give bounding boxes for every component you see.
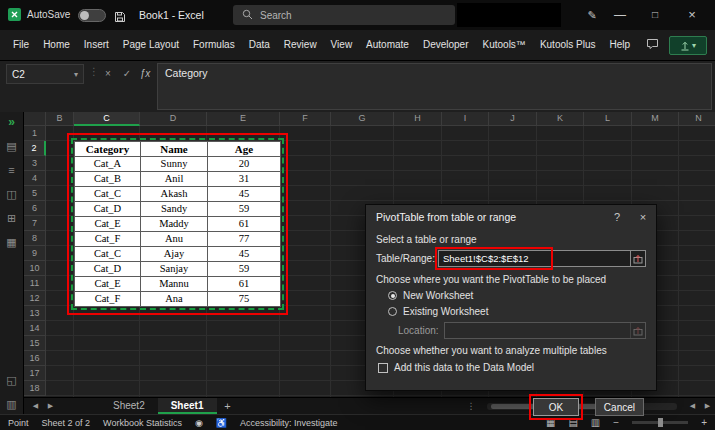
ribbon-tab-review[interactable]: Review [277,30,324,60]
row-header-5[interactable]: 5 [24,186,46,201]
column-header-L[interactable]: L [584,112,632,126]
kutools-columns-icon[interactable]: ◫ [6,188,16,200]
row-header-1[interactable]: 1 [24,126,46,141]
zoom-in-icon[interactable]: + [701,417,707,428]
normal-view-icon[interactable]: ▦ [546,417,555,428]
sheet-nav-right-icon[interactable]: ▶ [43,402,58,410]
ribbon-tab-help[interactable]: Help [602,30,637,60]
zoom-slider-thumb[interactable] [658,418,663,427]
macro-record-icon[interactable]: ◉ [195,418,203,428]
kutools-pane-settings-icon[interactable]: ◱ [6,374,16,386]
kutools-worksheets-icon[interactable]: ≡ [8,164,14,176]
ribbon-tab-insert[interactable]: Insert [77,30,116,60]
row-header-4[interactable]: 4 [24,171,46,186]
kutools-snap-icon[interactable]: ▦ [6,236,16,248]
row-header-15[interactable]: 15 [24,336,46,351]
row-header-14[interactable]: 14 [24,321,46,336]
sheet-info[interactable]: Sheet 2 of 2 [42,418,91,428]
kutools-charts-icon[interactable]: ⊞ [7,212,16,224]
dialog-title-bar[interactable]: PivotTable from table or range ? × [366,205,656,229]
ribbon-tab-view[interactable]: View [324,30,360,60]
row-header-6[interactable]: 6 [24,201,46,216]
row-header-16[interactable]: 16 [24,351,46,366]
table-range-input[interactable]: Sheet1!$C$2:$E$12 [438,250,646,267]
cancel-entry-icon[interactable]: × [99,64,117,84]
radio-icon [388,307,397,316]
data-model-checkbox[interactable]: Add this data to the Data Model [378,362,646,373]
row-header-12[interactable]: 12 [24,291,46,306]
ribbon-tab-page-layout[interactable]: Page Layout [116,30,186,60]
ribbon-tab-file[interactable]: File [6,30,36,60]
name-box-dropdown-icon[interactable]: ▾ [74,70,78,79]
column-header-M[interactable]: M [632,112,679,126]
row-header-3[interactable]: 3 [24,156,46,171]
cancel-button[interactable]: Cancel [595,398,644,416]
row-header-17[interactable]: 17 [24,366,46,381]
select-all-corner[interactable] [24,112,46,126]
maximize-button[interactable]: □ [639,0,671,30]
row-header-9[interactable]: 9 [24,246,46,261]
column-header-E[interactable]: E [207,112,280,126]
column-header-B[interactable]: B [46,112,74,126]
sheet-nav-left-icon[interactable]: ◀ [28,402,43,410]
tab-overflow-icon[interactable]: ⋮ [463,401,479,411]
kutools-pane-help-icon[interactable]: ▥ [6,398,16,410]
row-header-8[interactable]: 8 [24,231,46,246]
column-header-N[interactable]: N [679,112,715,126]
ribbon-tab-formulas[interactable]: Formulas [186,30,242,60]
column-header-D[interactable]: D [140,112,207,126]
row-header-11[interactable]: 11 [24,276,46,291]
annotation-rect-table [67,133,288,315]
name-box[interactable]: C2 ▾ [6,64,84,84]
row-header-18[interactable]: 18 [24,381,46,396]
zoom-out-icon[interactable]: − [613,417,619,428]
row-header-10[interactable]: 10 [24,261,46,276]
ribbon-tab-kutools-plus[interactable]: Kutools Plus [533,30,603,60]
sheet-tab-sheet2[interactable]: Sheet2 [100,398,158,414]
enter-entry-icon[interactable]: ✓ [118,64,136,84]
minimize-button[interactable]: — [604,0,636,30]
ok-button[interactable]: OK [533,398,579,416]
zoom-slider[interactable] [632,421,688,424]
autosave-toggle[interactable] [78,9,106,22]
column-header-C[interactable]: C [74,112,140,126]
sheet-tab-sheet1[interactable]: Sheet1 [158,398,217,414]
scroll-right-icon[interactable]: ▶ [700,402,715,410]
column-header-K[interactable]: K [537,112,584,126]
dialog-close-button[interactable]: × [630,205,656,229]
new-worksheet-radio[interactable]: New Worksheet [388,290,646,301]
help-button[interactable]: ? [604,205,630,229]
accessibility-status[interactable]: Accessibility: Investigate [240,418,338,428]
row-header-13[interactable]: 13 [24,306,46,321]
close-button[interactable]: × [676,0,708,30]
multi-table-label: Choose whether you want to analyze multi… [376,345,646,356]
search-box[interactable]: Search [233,5,455,25]
column-header-G[interactable]: G [331,112,394,126]
comments-icon[interactable] [639,36,665,54]
share-button[interactable]: ▾ [669,36,707,55]
page-break-view-icon[interactable]: ▥ [591,417,600,428]
scroll-left-icon[interactable]: ◀ [685,402,700,410]
ribbon-tab-developer[interactable]: Developer [416,30,476,60]
kutools-navigation-icon[interactable]: ▤ [6,140,16,152]
row-header-7[interactable]: 7 [24,216,46,231]
ribbon-tab-kutools[interactable]: Kutools™ [476,30,533,60]
column-header-I[interactable]: I [442,112,489,126]
column-header-J[interactable]: J [489,112,537,126]
page-layout-view-icon[interactable]: ▤ [568,417,577,428]
formula-input[interactable]: Category [157,63,712,110]
row-header-2[interactable]: 2 [24,141,46,156]
column-header-F[interactable]: F [280,112,331,126]
workbook-statistics[interactable]: Workbook Statistics [103,418,182,428]
new-sheet-button[interactable]: + [217,400,239,412]
column-header-H[interactable]: H [394,112,442,126]
save-icon[interactable] [114,9,126,27]
ribbon-tab-automate[interactable]: Automate [359,30,416,60]
expand-pane-icon[interactable]: » [8,116,15,128]
pen-icon[interactable]: ✎ [580,0,604,30]
ribbon-tab-home[interactable]: Home [36,30,77,60]
range-picker-icon[interactable] [630,251,645,266]
existing-worksheet-radio[interactable]: Existing Worksheet [388,306,646,317]
ribbon-tab-data[interactable]: Data [242,30,277,60]
insert-function-icon[interactable]: ƒx [136,64,154,84]
